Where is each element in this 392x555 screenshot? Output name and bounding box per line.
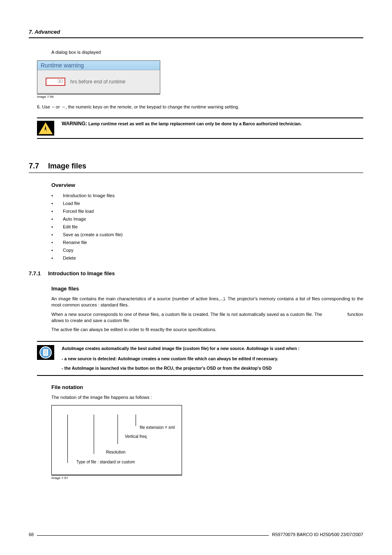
section-number: 7.7 bbox=[29, 162, 39, 170]
svg-rect-4 bbox=[43, 349, 48, 356]
info-line-1: AutoImage creates automatically the best… bbox=[62, 345, 363, 352]
warning-bottom-rule bbox=[37, 138, 363, 139]
overview-item: Save as (create a custom file) bbox=[51, 232, 363, 237]
runtime-hours-input[interactable]: 30 bbox=[46, 78, 65, 86]
info-text: AutoImage creates automatically the best… bbox=[62, 345, 363, 371]
page-number: 68 bbox=[29, 532, 34, 537]
info-line-3: - the AutoImage is launched via the butt… bbox=[62, 365, 363, 372]
overview-item: Edit file bbox=[51, 224, 363, 229]
overview-list: Introduction to Image files Load file Fo… bbox=[51, 193, 363, 260]
doc-id: R59770079 BARCO ID H250/500 23/07/2007 bbox=[272, 532, 363, 537]
warning-text: WARNING: Lamp runtime reset as well as t… bbox=[62, 121, 363, 127]
overview-heading: Overview bbox=[51, 182, 363, 188]
image-caption-7-56: Image 7-56 bbox=[37, 94, 160, 99]
overview-item: Forced file load bbox=[51, 209, 363, 214]
section-title: Image files bbox=[48, 162, 86, 170]
subsection-number: 7.7.1 bbox=[29, 270, 41, 276]
section-rule bbox=[29, 173, 363, 173]
info-icon bbox=[37, 345, 54, 360]
step-6-text: 6. Use ←or →, the numeric keys on the re… bbox=[37, 104, 363, 109]
footer-rule bbox=[37, 535, 269, 536]
runtime-warning-dialog: Runtime warning 30 hrs before end of run… bbox=[37, 60, 160, 94]
info-line-2: - a new source is detected: AutoImage cr… bbox=[62, 355, 363, 362]
overview-item: Rename file bbox=[51, 240, 363, 245]
image-files-heading: Image files bbox=[51, 286, 363, 292]
image-files-p1: An image file contains the main characte… bbox=[51, 296, 363, 308]
warning-body: Lamp runtime reset as well as the lamp r… bbox=[87, 121, 302, 126]
page-header: 7. Advanced bbox=[29, 29, 363, 38]
image-caption-7-57: Image 7-57 bbox=[51, 475, 182, 480]
header-rule bbox=[29, 37, 363, 38]
subsection-heading: 7.7.1 Introduction to Image files bbox=[29, 270, 363, 276]
section-heading: 7.7 Image files bbox=[29, 162, 363, 170]
diagram-res: Resolution bbox=[106, 450, 125, 454]
info-bottom-rule bbox=[37, 375, 363, 376]
overview-item: Auto Image bbox=[51, 216, 363, 221]
file-notation-p1: The notation of the image file happens a… bbox=[51, 394, 363, 401]
image-files-p2: When a new source corresponds to one of … bbox=[51, 311, 363, 324]
dialog-body: 30 hrs before end of runtime bbox=[37, 70, 160, 93]
runtime-hours-label: hrs before end of runtime bbox=[70, 79, 125, 85]
overview-item: Copy bbox=[51, 248, 363, 253]
diagram-vfreq: Vertical freq bbox=[125, 434, 147, 439]
info-block: AutoImage creates automatically the best… bbox=[37, 341, 363, 375]
overview-item: Introduction to Image files bbox=[51, 193, 363, 198]
subsection-title: Introduction to Image files bbox=[48, 270, 115, 276]
page-footer: 68 R59770079 BARCO ID H250/500 23/07/200… bbox=[29, 532, 363, 537]
diagram-ext: file extension = xml bbox=[140, 425, 175, 430]
warning-block: WARNING: Lamp runtime reset as well as t… bbox=[37, 117, 363, 139]
file-notation-diagram: file extension = xml Vertical freq Resol… bbox=[51, 405, 182, 475]
overview-item: Delete bbox=[51, 256, 363, 260]
intro-text: A dialog box is displayed bbox=[51, 50, 363, 55]
overview-item: Load file bbox=[51, 201, 363, 206]
dialog-title: Runtime warning bbox=[37, 61, 160, 70]
diagram-type: Type of file : standard or custom bbox=[76, 460, 135, 464]
warning-icon bbox=[37, 121, 54, 136]
warning-lead: WARNING: bbox=[62, 121, 87, 127]
image-files-p3: The active file can always be edited in … bbox=[51, 327, 363, 333]
file-notation-heading: File notation bbox=[51, 384, 363, 390]
chapter-title: 7. Advanced bbox=[29, 29, 363, 35]
